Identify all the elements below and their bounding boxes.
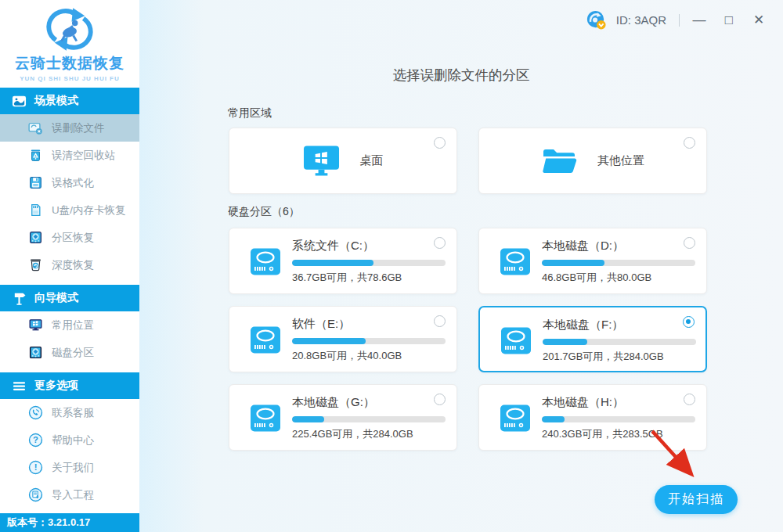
location-card-label: 其他位置 xyxy=(597,153,644,168)
sidebar-item-label: U盘/内存卡恢复 xyxy=(52,203,126,217)
sidebar-item-label: 深度恢复 xyxy=(52,258,94,272)
sidebar-item-label: 磁盘分区 xyxy=(52,346,94,360)
sidebar-item-formatted[interactable]: 误格式化 xyxy=(0,169,139,196)
location-card-other[interactable]: 其他位置 xyxy=(478,128,707,194)
usage-bar-fill xyxy=(542,260,604,266)
format-icon xyxy=(28,175,43,190)
main-panel: ID: 3AQR — □ ✕ 选择误删除文件的分区 常用区域 桌面 其他位置 xyxy=(139,0,783,532)
deep-recovery-icon xyxy=(28,257,43,272)
drive-usage: 20.8GB可用，共40.0GB xyxy=(292,349,402,363)
location-card-desktop[interactable]: 桌面 xyxy=(229,128,457,194)
desktop-icon xyxy=(303,145,340,178)
sidebar-item-label: 分区恢复 xyxy=(52,231,94,245)
drive-radio[interactable] xyxy=(434,237,446,249)
usage-bar xyxy=(292,416,446,422)
section-label: 场景模式 xyxy=(34,94,78,108)
sidebar-item-help-center[interactable]: ? 帮助中心 xyxy=(0,426,139,454)
sidebar-item-partition-recovery[interactable]: 分区恢复 xyxy=(0,224,139,251)
desktop-radio[interactable] xyxy=(434,137,446,149)
drive-radio[interactable] xyxy=(684,394,695,405)
drive-usage: 46.8GB可用，共80.0GB xyxy=(542,271,651,285)
account-logo-icon[interactable] xyxy=(586,9,607,31)
usage-bar-fill xyxy=(292,260,373,266)
start-scan-button[interactable]: 开始扫描 xyxy=(655,485,738,514)
drive-card-c[interactable]: 系统文件（C:） 36.7GB可用，共78.6GB xyxy=(229,228,457,294)
folder-icon xyxy=(541,146,577,176)
help-center-icon: ? xyxy=(28,433,43,448)
drive-icon xyxy=(500,247,531,276)
sidebar-gap xyxy=(0,279,139,285)
minimize-button[interactable]: — xyxy=(689,10,709,31)
usage-bar-fill xyxy=(292,416,324,422)
about-us-icon: ! xyxy=(28,460,43,475)
sidebar-item-about-us[interactable]: ! 关于我们 xyxy=(0,454,139,481)
drive-usage: 225.4GB可用，共284.0GB xyxy=(292,427,413,441)
usage-bar-fill xyxy=(542,416,565,422)
drive-usage: 240.3GB可用，共283.5GB xyxy=(542,427,663,441)
sidebar-item-label: 常用位置 xyxy=(52,318,94,332)
partitions-label: 硬盘分区（6） xyxy=(228,205,300,219)
sidebar-item-deep-recovery[interactable]: 深度恢复 xyxy=(0,251,139,279)
page-title: 选择误删除文件的分区 xyxy=(139,66,783,84)
drive-radio[interactable] xyxy=(684,237,695,249)
app-window: 云骑士数据恢复 YUN QI SHI SHU JU HUI FU 场景模式 误删… xyxy=(0,0,783,532)
drive-icon xyxy=(250,325,281,354)
drive-name: 本地磁盘（D:） xyxy=(542,239,624,253)
usage-bar xyxy=(542,260,695,266)
drive-card-e[interactable]: 软件（E:） 20.8GB可用，共40.0GB xyxy=(229,306,457,372)
drive-radio[interactable] xyxy=(683,316,695,328)
usage-bar-fill xyxy=(543,339,587,345)
logo-subtitle: YUN QI SHI SHU JU HUI FU xyxy=(0,75,139,82)
drive-name: 软件（E:） xyxy=(292,317,350,332)
svg-text:?: ? xyxy=(33,435,38,444)
location-card-label: 桌面 xyxy=(360,153,384,168)
sidebar-item-deleted-files[interactable]: 误删除文件 xyxy=(0,114,139,142)
sdcard-icon xyxy=(28,203,43,217)
sidebar-item-usb-sdcard-recovery[interactable]: U盘/内存卡恢复 xyxy=(0,196,139,224)
logo-mark-icon xyxy=(40,5,99,53)
other-location-radio[interactable] xyxy=(684,137,695,149)
sidebar: 云骑士数据恢复 YUN QI SHI SHU JU HUI FU 场景模式 误删… xyxy=(0,0,139,532)
usage-bar xyxy=(292,260,446,266)
user-id-label: ID: 3AQR xyxy=(616,13,666,27)
drive-name: 本地磁盘（F:） xyxy=(543,318,623,332)
maximize-button[interactable]: □ xyxy=(719,10,739,31)
drive-card-d[interactable]: 本地磁盘（D:） 46.8GB可用，共80.0GB xyxy=(478,228,707,294)
drive-usage: 36.7GB可用，共78.6GB xyxy=(292,271,402,285)
drive-icon xyxy=(500,326,532,355)
svg-text:!: ! xyxy=(34,462,38,472)
sidebar-item-label: 导入工程 xyxy=(52,488,94,502)
sidebar-item-import-project[interactable]: 导入工程 xyxy=(0,481,139,509)
sidebar-item-contact-support[interactable]: 联系客服 xyxy=(0,399,139,426)
wizard-mode-icon xyxy=(12,291,27,306)
drive-icon xyxy=(500,404,531,433)
drive-icon xyxy=(250,247,281,276)
scene-mode-icon xyxy=(12,94,27,109)
drive-card-f[interactable]: 本地磁盘（F:） 201.7GB可用，共284.0GB xyxy=(478,306,707,372)
drive-radio[interactable] xyxy=(434,394,446,405)
sidebar-item-emptied-recycle-bin[interactable]: 误清空回收站 xyxy=(0,142,139,169)
titlebar-divider xyxy=(679,14,680,27)
section-label: 向导模式 xyxy=(34,291,78,305)
drive-name: 本地磁盘（G:） xyxy=(292,395,375,410)
sidebar-item-disk-partitions[interactable]: 磁盘分区 xyxy=(0,339,139,366)
close-button[interactable]: ✕ xyxy=(749,10,769,31)
sidebar-gap xyxy=(0,366,139,372)
sidebar-item-common-locations[interactable]: 常用位置 xyxy=(0,311,139,339)
recycle-bin-icon xyxy=(28,148,43,163)
app-logo: 云骑士数据恢复 YUN QI SHI SHU JU HUI FU xyxy=(0,0,139,88)
drive-card-g[interactable]: 本地磁盘（G:） 225.4GB可用，共284.0GB xyxy=(229,384,457,451)
sidebar-item-label: 帮助中心 xyxy=(52,433,94,448)
sidebar-item-label: 关于我们 xyxy=(52,461,94,475)
drive-radio[interactable] xyxy=(434,315,446,327)
section-header-scene-mode: 场景模式 xyxy=(0,88,139,114)
deleted-file-icon xyxy=(28,120,43,135)
drive-name: 本地磁盘（H:） xyxy=(542,395,624,410)
usage-bar xyxy=(292,338,446,344)
drive-card-h[interactable]: 本地磁盘（H:） 240.3GB可用，共283.5GB xyxy=(478,384,707,451)
disk-partition-icon xyxy=(28,345,43,360)
logo-title: 云骑士数据恢复 xyxy=(0,53,139,74)
contact-support-icon xyxy=(28,405,43,420)
section-header-more-options: 更多选项 xyxy=(0,372,139,399)
sidebar-item-label: 误删除文件 xyxy=(52,121,105,135)
